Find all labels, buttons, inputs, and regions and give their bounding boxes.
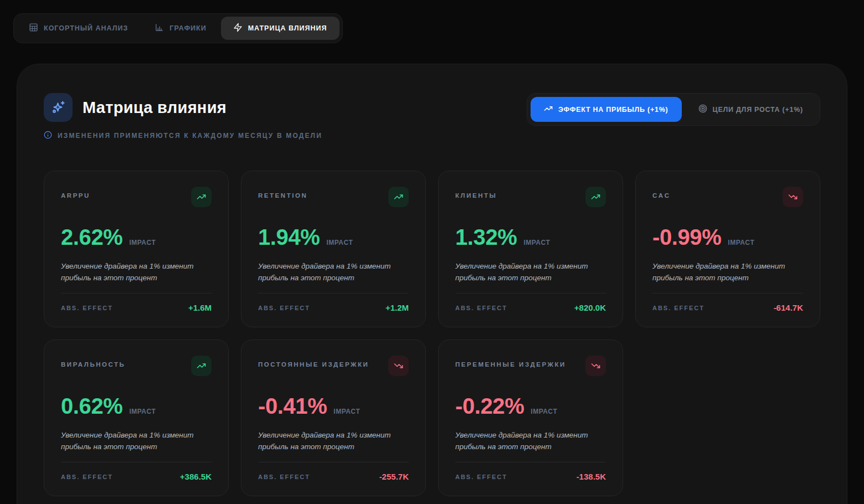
card-title: КЛИЕНТЫ — [455, 187, 497, 199]
tab-impact-matrix[interactable]: МАТРИЦА ВЛИЯНИЯ — [221, 17, 340, 40]
card-description: Увеличение драйвера на 1% изменит прибыл… — [455, 430, 606, 453]
trend-badge — [191, 187, 212, 207]
impact-matrix-panel: Матрица влияния ИЗМЕНЕНИЯ ПРИМЕНЯЮТСЯ К … — [17, 64, 847, 504]
card-description: Увеличение драйвера на 1% изменит прибыл… — [258, 261, 409, 284]
impact-cards-grid: ARPPU 2.62% IMPACT Увеличение драйвера н… — [44, 171, 820, 496]
mode-toggle: ЭФФЕКТ НА ПРИБЫЛЬ (+1%) ЦЕЛИ ДЛЯ РОСТА (… — [527, 93, 820, 126]
divider — [455, 293, 606, 294]
divider — [258, 462, 409, 462]
trend-badge — [585, 187, 606, 207]
card-title: ВИРАЛЬНОСТЬ — [61, 356, 125, 368]
growth-targets-button[interactable]: ЦЕЛИ ДЛЯ РОСТА (+1%) — [685, 97, 816, 122]
card-description: Увеличение драйвера на 1% изменит прибыл… — [455, 261, 606, 284]
abs-effect-label: ABS. EFFECT — [61, 474, 113, 480]
abs-effect-label: ABS. EFFECT — [455, 474, 507, 480]
card-title: ПЕРЕМЕННЫЕ ИЗДЕРЖКИ — [455, 356, 566, 368]
impact-card: CAC -0.99% IMPACT Увеличение драйвера на… — [635, 171, 820, 327]
trending-up-icon — [197, 361, 206, 371]
tab-label: МАТРИЦА ВЛИЯНИЯ — [248, 24, 327, 32]
impact-value: 0.62% — [61, 394, 122, 419]
impact-card: RETENTION 1.94% IMPACT Увеличение драйве… — [241, 171, 426, 327]
card-title: ПОСТОЯННЫЕ ИЗДЕРЖКИ — [258, 356, 369, 368]
impact-value: -0.41% — [258, 394, 327, 419]
zap-icon — [233, 23, 243, 34]
tab-label: ГРАФИКИ — [169, 24, 206, 32]
tab-charts[interactable]: ГРАФИКИ — [142, 17, 218, 40]
abs-effect-value: +1.6M — [188, 303, 212, 312]
profit-effect-button[interactable]: ЭФФЕКТ НА ПРИБЫЛЬ (+1%) — [531, 97, 682, 122]
toggle-label: ЦЕЛИ ДЛЯ РОСТА (+1%) — [713, 106, 803, 114]
view-tabbar: КОГОРТНЫЙ АНАЛИЗ ГРАФИКИ МАТРИЦА ВЛИЯНИЯ — [13, 13, 343, 43]
abs-effect-value: -255.7K — [379, 472, 409, 481]
table-icon — [29, 23, 38, 34]
abs-effect-label: ABS. EFFECT — [61, 305, 113, 311]
impact-value: -0.22% — [455, 394, 524, 419]
card-description: Увеличение драйвера на 1% изменит прибыл… — [652, 261, 803, 284]
impact-label: IMPACT — [523, 239, 550, 246]
model-note: ИЗМЕНЕНИЯ ПРИМЕНЯЮТСЯ К КАЖДОМУ МЕСЯЦУ В… — [58, 132, 322, 140]
sparkles-icon — [44, 93, 73, 122]
bar-chart-icon — [155, 23, 164, 34]
abs-effect-value: +1.2M — [385, 303, 409, 312]
impact-card: ПОСТОЯННЫЕ ИЗДЕРЖКИ -0.41% IMPACT Увелич… — [241, 340, 426, 496]
impact-card: ARPPU 2.62% IMPACT Увеличение драйвера н… — [44, 171, 229, 327]
trending-up-icon — [544, 104, 553, 115]
toggle-label: ЭФФЕКТ НА ПРИБЫЛЬ (+1%) — [558, 106, 668, 114]
tab-label: КОГОРТНЫЙ АНАЛИЗ — [44, 24, 128, 32]
card-title: ARPPU — [61, 187, 90, 199]
divider — [61, 293, 212, 294]
impact-card: ВИРАЛЬНОСТЬ 0.62% IMPACT Увеличение драй… — [44, 340, 229, 496]
impact-label: IMPACT — [129, 408, 156, 415]
impact-value: -0.99% — [652, 225, 721, 250]
impact-label: IMPACT — [333, 408, 360, 415]
divider — [258, 293, 409, 294]
trend-badge — [585, 356, 606, 376]
card-description: Увеличение драйвера на 1% изменит прибыл… — [61, 430, 212, 453]
card-description: Увеличение драйвера на 1% изменит прибыл… — [258, 430, 409, 453]
divider — [61, 462, 212, 462]
divider — [652, 293, 803, 294]
trending-down-icon — [591, 361, 600, 371]
info-icon — [44, 131, 52, 141]
trending-up-icon — [197, 192, 206, 202]
impact-label: IMPACT — [531, 408, 557, 415]
abs-effect-label: ABS. EFFECT — [258, 474, 310, 480]
abs-effect-label: ABS. EFFECT — [258, 305, 310, 311]
impact-card: ПЕРЕМЕННЫЕ ИЗДЕРЖКИ -0.22% IMPACT Увелич… — [438, 340, 623, 496]
abs-effect-value: +386.5K — [180, 472, 212, 481]
page-title: Матрица влияния — [83, 99, 227, 117]
impact-label: IMPACT — [728, 239, 754, 246]
impact-value: 1.94% — [258, 225, 320, 250]
trend-badge — [191, 356, 212, 376]
card-title: CAC — [652, 187, 671, 199]
trend-badge — [783, 187, 803, 207]
abs-effect-label: ABS. EFFECT — [455, 305, 507, 311]
abs-effect-label: ABS. EFFECT — [652, 305, 704, 311]
tab-cohort-analysis[interactable]: КОГОРТНЫЙ АНАЛИЗ — [17, 17, 140, 40]
abs-effect-value: -138.5K — [577, 472, 606, 481]
divider — [455, 462, 606, 462]
trend-badge — [388, 187, 409, 207]
impact-card: КЛИЕНТЫ 1.32% IMPACT Увеличение драйвера… — [438, 171, 623, 327]
abs-effect-value: +820.0K — [574, 303, 606, 312]
trending-up-icon — [591, 192, 600, 202]
trending-down-icon — [394, 361, 403, 371]
card-title: RETENTION — [258, 187, 307, 199]
impact-label: IMPACT — [129, 239, 156, 246]
trending-down-icon — [788, 192, 798, 202]
trend-badge — [388, 356, 409, 376]
impact-value: 1.32% — [455, 225, 517, 250]
trending-up-icon — [394, 192, 403, 202]
abs-effect-value: -614.7K — [774, 303, 803, 312]
impact-value: 2.62% — [61, 225, 122, 250]
target-icon — [698, 104, 707, 115]
impact-label: IMPACT — [326, 239, 353, 246]
card-description: Увеличение драйвера на 1% изменит прибыл… — [61, 261, 212, 284]
